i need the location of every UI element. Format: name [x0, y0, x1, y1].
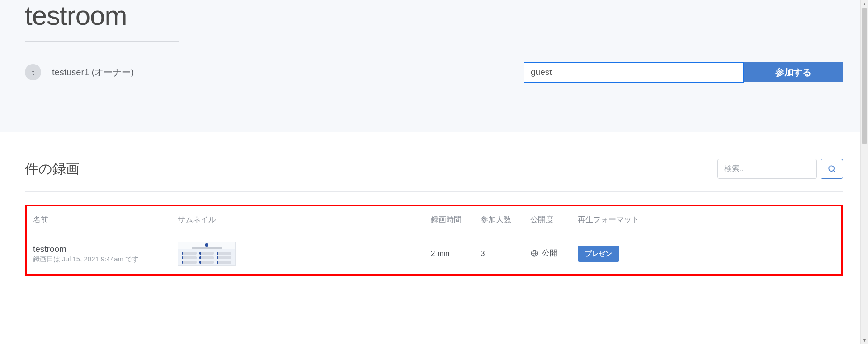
join-button[interactable]: 参加する	[744, 62, 843, 82]
owner-avatar-initial: t	[32, 69, 34, 76]
join-group: 参加する	[524, 62, 843, 82]
owner-row: t testuser1 (オーナー) 参加する	[25, 62, 843, 82]
recording-thumbnail[interactable]	[178, 242, 236, 266]
svg-point-0	[829, 166, 834, 171]
recording-date: 録画日は Jul 15, 2021 9:44am です	[33, 255, 165, 264]
thumbnail-body	[178, 249, 235, 266]
search-input[interactable]	[717, 159, 817, 179]
recording-name: testroom	[33, 244, 165, 254]
svg-line-1	[834, 171, 835, 172]
records-header: 件の録画	[25, 159, 843, 179]
playback-format-button[interactable]: プレゼン	[578, 246, 619, 262]
recording-duration: 2 min	[425, 233, 474, 274]
records-table: 名前 サムネイル 録画時間 参加人数 公開度 再生フォーマット testroom…	[27, 206, 841, 274]
column-attendees: 参加人数	[474, 206, 524, 233]
visibility-toggle[interactable]: 公開	[530, 248, 557, 258]
search-icon	[827, 164, 836, 173]
thumbnail-header	[178, 242, 235, 249]
search-button[interactable]	[821, 159, 843, 179]
owner-label: testuser1 (オーナー)	[52, 66, 134, 79]
column-format: 再生フォーマット	[571, 206, 841, 233]
globe-icon	[530, 249, 538, 257]
scroll-up-icon[interactable]: ▲	[861, 0, 868, 8]
table-row: testroom 録画日は Jul 15, 2021 9:44am です	[27, 233, 841, 274]
column-visibility: 公開度	[524, 206, 571, 233]
column-thumbnail: サムネイル	[171, 206, 425, 233]
thumbnail-title-line	[192, 247, 222, 249]
title-divider	[25, 41, 179, 42]
owner-info: t testuser1 (オーナー)	[25, 64, 134, 80]
table-header-row: 名前 サムネイル 録画時間 参加人数 公開度 再生フォーマット	[27, 206, 841, 233]
column-duration: 録画時間	[425, 206, 474, 233]
records-title: 件の録画	[25, 160, 80, 178]
owner-avatar: t	[25, 64, 41, 80]
join-name-input[interactable]	[524, 62, 744, 82]
visibility-label: 公開	[542, 248, 557, 258]
search-group	[717, 159, 843, 179]
scrollbar-thumb[interactable]	[862, 8, 867, 144]
records-table-highlight: 名前 サムネイル 録画時間 参加人数 公開度 再生フォーマット testroom…	[25, 205, 843, 276]
column-name: 名前	[27, 206, 171, 233]
page-title: testroom	[25, 0, 843, 41]
thumbnail-logo-icon	[205, 243, 208, 247]
records-divider	[25, 191, 843, 192]
vertical-scrollbar[interactable]: ▲ ▼	[860, 0, 868, 294]
recording-attendees: 3	[474, 233, 524, 274]
